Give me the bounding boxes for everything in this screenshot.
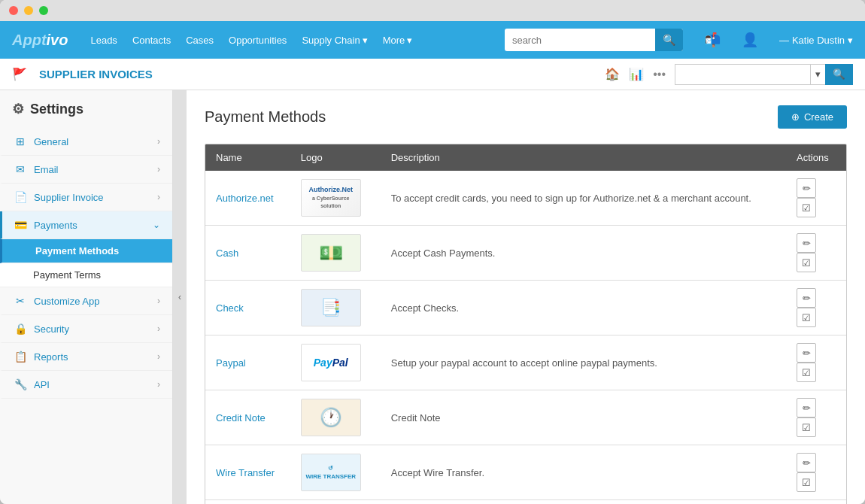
sidebar-collapse-handle[interactable]: ‹ [173, 90, 187, 504]
nav-leads[interactable]: Leads [90, 35, 117, 46]
activate-button[interactable]: ☑ [797, 472, 816, 492]
col-name: Name [205, 144, 290, 171]
window-dot-red[interactable] [9, 6, 18, 15]
app-logo: Apptivo [12, 32, 68, 49]
payment-name-cell: Check [205, 281, 290, 335]
payment-logo-cell: PayPal [290, 335, 381, 390]
content-header: Payment Methods ⊕ Create [205, 105, 847, 129]
activate-button[interactable]: ☑ [797, 198, 816, 217]
sidebar-item-security[interactable]: 🔒 Security › [0, 315, 172, 343]
table-row: Credit Note 🕐 Credit Note ✏ ☑ [205, 390, 846, 445]
create-button[interactable]: ⊕ Create [778, 105, 847, 129]
supplier-invoice-icon: 📄 [14, 191, 26, 203]
edit-button[interactable]: ✏ [797, 178, 816, 198]
sidebar: ⚙ Settings ⊞ General › ✉ Email › 📄 Suppl… [0, 90, 173, 504]
sidebar-item-customize-app[interactable]: ✂ Customize App › [0, 287, 172, 315]
payment-logo: Authorize.Neta CyberSource solution [301, 179, 361, 217]
payment-name-cell: Paypal [205, 335, 290, 390]
customize-app-icon: ✂ [14, 295, 26, 307]
payment-logo-cell: 💵 [290, 226, 381, 281]
sidebar-item-email[interactable]: ✉ Email › [0, 156, 172, 184]
payment-description-cell: Setup your zipmark account to accept onl… [381, 500, 786, 505]
subheader-search-input[interactable] [675, 64, 810, 85]
home-icon[interactable]: 🏠 [605, 67, 620, 81]
activate-button[interactable]: ☑ [797, 363, 816, 382]
payment-logo-cell: Authorize.Neta CyberSource solution [290, 171, 381, 226]
edit-button[interactable]: ✏ [797, 288, 816, 308]
nav-opportunities[interactable]: Opportunities [229, 35, 287, 46]
settings-gear-icon: ⚙ [12, 101, 24, 117]
table-row: Authorize.net Authorize.Neta CyberSource… [205, 171, 846, 226]
payment-description-cell: Accept Checks. [381, 281, 786, 335]
payment-name-cell: Cash [205, 226, 290, 281]
payments-submenu: Payment Methods Payment Terms [0, 239, 172, 287]
payment-logo-cell: 🕐 [290, 390, 381, 445]
subheader-search: ▾ 🔍 [675, 64, 853, 85]
create-plus-icon: ⊕ [791, 111, 800, 123]
supplier-flag-icon: 🚩 [12, 67, 27, 81]
payment-description-cell: Setup your paypal account to accept onli… [381, 335, 786, 390]
sidebar-item-supplier-invoice[interactable]: 📄 Supplier Invoice › [0, 184, 172, 211]
nav-more[interactable]: More ▾ [383, 35, 413, 46]
edit-button[interactable]: ✏ [797, 398, 816, 417]
messages-icon[interactable]: 📬 [704, 32, 721, 48]
sidebar-api-label: API [34, 379, 157, 390]
sidebar-payments-label: Payments [34, 220, 153, 231]
security-icon: 🔒 [14, 323, 26, 335]
activate-button[interactable]: ☑ [797, 417, 816, 437]
reports-arrow-icon: › [157, 351, 160, 362]
payment-logo: 📑 [301, 289, 361, 326]
user-menu[interactable]: — Katie Dustin ▾ [779, 35, 853, 46]
nav-supply-chain[interactable]: Supply Chain ▾ [302, 35, 367, 46]
sidebar-item-general[interactable]: ⊞ General › [0, 128, 172, 156]
sidebar-item-reports[interactable]: 📋 Reports › [0, 343, 172, 371]
search-button[interactable]: 🔍 [655, 29, 683, 51]
sidebar-item-api[interactable]: 🔧 API › [0, 371, 172, 399]
payment-description-cell: To accept credit cards, you need to sign… [381, 171, 786, 226]
payment-name-cell: Zipmark [205, 500, 290, 505]
nav-cases[interactable]: Cases [186, 35, 214, 46]
chart-icon[interactable]: 📊 [629, 67, 644, 81]
edit-button[interactable]: ✏ [797, 233, 816, 253]
subheader: 🚩 SUPPLIER INVOICES 🏠 📊 ••• ▾ 🔍 [0, 59, 865, 90]
payment-actions-cell: ✏ ☑ [786, 281, 846, 335]
main-content: Payment Methods ⊕ Create Name Logo Descr… [187, 90, 865, 504]
email-icon: ✉ [14, 163, 26, 175]
sidebar-supplier-invoice-label: Supplier Invoice [34, 192, 157, 203]
sidebar-reports-label: Reports [34, 351, 157, 363]
main-layout: ⚙ Settings ⊞ General › ✉ Email › 📄 Suppl… [0, 90, 865, 504]
app-window: Apptivo Leads Contacts Cases Opportuniti… [0, 0, 865, 504]
payment-logo: PayPal [301, 344, 361, 381]
activate-button[interactable]: ☑ [797, 308, 816, 327]
table-row: Check 📑 Accept Checks. ✏ ☑ [205, 281, 846, 335]
window-dot-green[interactable] [39, 6, 48, 15]
payment-logo: 💵 [301, 234, 361, 272]
user-icon[interactable]: 👤 [742, 32, 758, 48]
sidebar-item-payments[interactable]: 💳 Payments ⌄ [0, 211, 172, 239]
more-icon[interactable]: ••• [653, 68, 666, 81]
col-actions: Actions [786, 144, 846, 171]
col-logo: Logo [290, 144, 381, 171]
sidebar-subitem-payment-methods[interactable]: Payment Methods [0, 239, 172, 263]
nav-contacts[interactable]: Contacts [132, 35, 171, 46]
payment-actions-cell: ✏ ☑ [786, 390, 846, 445]
edit-button[interactable]: ✏ [797, 343, 816, 363]
sidebar-general-label: General [34, 136, 157, 147]
window-dot-yellow[interactable] [24, 6, 33, 15]
payment-actions-cell: ✏ ☑ [786, 445, 846, 500]
search-box: 🔍 [505, 29, 683, 51]
subheader-dropdown-btn[interactable]: ▾ [810, 64, 825, 85]
search-input[interactable] [505, 35, 655, 46]
top-navigation: Apptivo Leads Contacts Cases Opportuniti… [0, 21, 865, 59]
general-icon: ⊞ [14, 135, 26, 147]
email-arrow-icon: › [157, 164, 160, 175]
table-row: Zipmark ⚙zipmark Setup your zipmark acco… [205, 500, 846, 505]
table-header-row: Name Logo Description Actions [205, 144, 846, 171]
payment-actions-cell: ✏ ☑ [786, 171, 846, 226]
subheader-search-button[interactable]: 🔍 [825, 64, 853, 85]
activate-button[interactable]: ☑ [797, 253, 816, 272]
payment-description-cell: Credit Note [381, 390, 786, 445]
edit-button[interactable]: ✏ [797, 453, 816, 472]
title-bar [0, 0, 865, 21]
sidebar-subitem-payment-terms[interactable]: Payment Terms [0, 263, 172, 287]
